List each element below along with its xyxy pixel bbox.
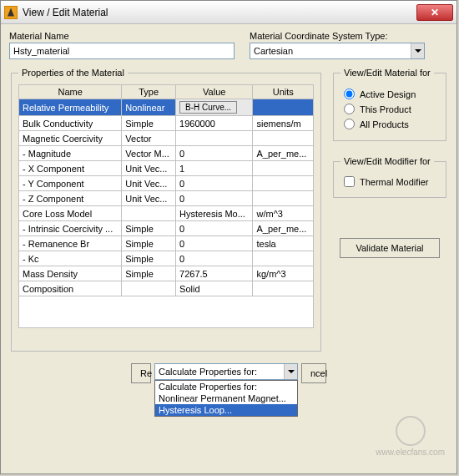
calculate-dropdown-list: Calculate Properties for: Nonlinear Perm… — [154, 380, 298, 417]
properties-legend: Properties of the Material — [18, 68, 128, 78]
coord-system-label: Material Coordinate System Type: — [250, 31, 425, 41]
view-edit-for-fieldset: View/Edit Material for Active Design Thi… — [333, 68, 446, 141]
coord-system-select[interactable]: Cartesian — [250, 43, 425, 59]
col-value[interactable]: Value — [176, 85, 253, 99]
close-icon: ✕ — [431, 7, 439, 18]
bottom-button-area: Re Calculate Properties for: Calculate P… — [9, 363, 448, 383]
dropdown-option[interactable]: Calculate Properties for: — [155, 381, 297, 392]
cancel-button-partial[interactable]: ncel — [301, 363, 326, 383]
table-row[interactable]: - MagnitudeVector M...0A_per_me... — [19, 146, 314, 161]
calculate-properties-select[interactable]: Calculate Properties for: — [154, 363, 298, 380]
table-row[interactable]: - X ComponentUnit Vec...1 — [19, 161, 314, 176]
table-row[interactable]: - Y ComponentUnit Vec...0 — [19, 176, 314, 191]
bh-curve-button[interactable]: B-H Curve... — [176, 99, 253, 116]
col-units[interactable]: Units — [253, 85, 314, 99]
watermark-logo-icon — [396, 416, 426, 446]
dialog-window: View / Edit Material ✕ Material Name Mat… — [0, 0, 457, 474]
table-row[interactable]: Magnetic CoercivityVector — [19, 131, 314, 146]
col-type[interactable]: Type — [122, 85, 176, 99]
properties-fieldset: Properties of the Material Name Type Val… — [11, 68, 321, 352]
material-name-label: Material Name — [9, 31, 235, 41]
table-row[interactable]: - Remanence BrSimple0tesla — [19, 236, 314, 251]
table-row[interactable]: Relative Permeability Nonlinear B-H Curv… — [19, 99, 314, 116]
material-name-input[interactable] — [9, 43, 235, 59]
validate-material-button[interactable]: Validate Material — [340, 238, 440, 258]
col-name[interactable]: Name — [19, 85, 122, 99]
modifier-for-legend: View/Edit Modifier for — [340, 156, 434, 166]
chevron-down-icon — [284, 364, 297, 379]
thermal-modifier-checkbox[interactable] — [344, 176, 355, 187]
table-row[interactable]: Bulk ConductivitySimple1960000siemens/m — [19, 116, 314, 131]
window-title: View / Edit Material — [23, 7, 416, 18]
watermark-text: www.elecfans.com — [376, 448, 445, 457]
close-button[interactable]: ✕ — [416, 4, 453, 21]
dropdown-option[interactable]: Nonlinear Permanent Magnet... — [155, 392, 297, 404]
radio-this-product[interactable] — [344, 104, 355, 114]
modifier-for-fieldset: View/Edit Modifier for Thermal Modifier — [333, 156, 446, 198]
radio-all-products[interactable] — [344, 119, 355, 129]
table-row[interactable]: Mass DensitySimple7267.5kg/m^3 — [19, 266, 314, 281]
app-icon — [4, 6, 18, 19]
table-row[interactable]: - Z ComponentUnit Vec...0 — [19, 191, 314, 206]
table-row — [19, 296, 314, 328]
properties-table: Name Type Value Units Relative Permeabil… — [18, 84, 314, 328]
table-row[interactable]: - Intrinsic Coercivity ...Simple0A_per_m… — [19, 221, 314, 236]
reset-button-partial[interactable]: Re — [131, 363, 151, 383]
view-edit-for-legend: View/Edit Material for — [340, 68, 434, 78]
table-row[interactable]: CompositionSolid — [19, 281, 314, 296]
dropdown-option-selected[interactable]: Hysteresis Loop... — [155, 404, 297, 416]
coord-system-value: Cartesian — [250, 46, 411, 56]
table-row[interactable]: Core Loss ModelHysteresis Mo...w/m^3 — [19, 206, 314, 221]
radio-active-design[interactable] — [344, 89, 355, 99]
title-bar: View / Edit Material ✕ — [1, 1, 456, 24]
chevron-down-icon — [411, 43, 424, 58]
watermark: www.elecfans.com — [376, 416, 445, 457]
dialog-content: Material Name Material Coordinate System… — [1, 24, 456, 390]
table-row[interactable]: - KcSimple0 — [19, 251, 314, 266]
